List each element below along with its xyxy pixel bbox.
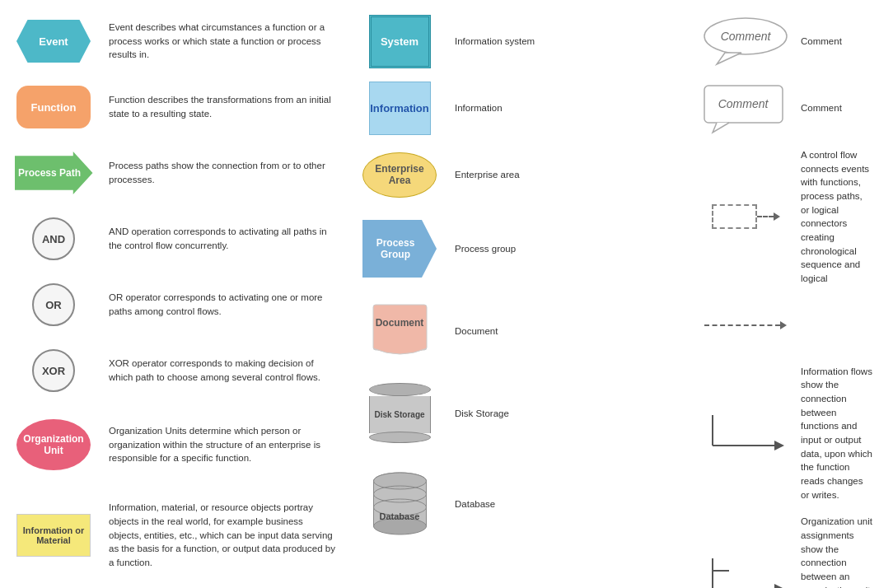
disk-storage-label: Disk Storage bbox=[374, 410, 424, 419]
xor-label: XOR bbox=[42, 365, 65, 377]
org-unit-desc: Organization Units determine which perso… bbox=[99, 424, 338, 465]
xor-shape-container: XOR bbox=[8, 349, 99, 392]
control-flow-shapes bbox=[712, 204, 780, 229]
process-path-shape: Process Path bbox=[15, 152, 93, 194]
svg-marker-8 bbox=[717, 53, 741, 64]
arrow-head-icon bbox=[774, 212, 780, 221]
column-2: System Information system Information In… bbox=[346, 8, 692, 588]
org-flow-shape-container bbox=[700, 554, 791, 588]
or-label: OR bbox=[45, 299, 62, 311]
info-flow-desc: Information flows show the connection be… bbox=[791, 365, 873, 502]
dashed-flow-line bbox=[704, 324, 780, 326]
enterprise-area-shape: Enterprise Area bbox=[362, 152, 437, 198]
xor-shape: XOR bbox=[32, 349, 75, 392]
column-3: Comment Comment Comment Comment bbox=[692, 8, 879, 588]
document-desc: Document bbox=[445, 324, 684, 338]
document-svg bbox=[369, 301, 431, 362]
disk-storage-shape: Disk Storage bbox=[369, 383, 431, 445]
system-shape: System bbox=[369, 15, 431, 68]
legend-row-comment1: Comment Comment bbox=[692, 8, 879, 75]
process-group-label: Process Group bbox=[362, 237, 428, 260]
event-label: Event bbox=[39, 35, 68, 48]
dashed-line-ext bbox=[757, 216, 774, 217]
process-path-desc: Process paths show the connection from o… bbox=[99, 159, 338, 186]
document-shape-container: Document bbox=[354, 301, 445, 362]
svg-point-4 bbox=[373, 473, 426, 489]
document-label: Document bbox=[376, 317, 424, 329]
control-flow-box-arrow bbox=[712, 204, 780, 229]
legend-row-process-group: Process Group Process group bbox=[346, 208, 692, 290]
process-group-shape-container: Process Group bbox=[354, 220, 445, 278]
and-label: AND bbox=[42, 233, 65, 245]
legend-row-info-material: Information or Material Information, mat… bbox=[0, 486, 346, 585]
legend-row-dashed-flow bbox=[692, 292, 879, 358]
org-unit-shape: Organization Unit bbox=[16, 419, 91, 470]
info-material-desc: Information, material, or resource objec… bbox=[99, 501, 338, 569]
enterprise-area-desc: Enterprise area bbox=[445, 168, 684, 182]
enterprise-area-shape-container: Enterprise Area bbox=[354, 152, 445, 198]
database-shape-container: Database bbox=[354, 469, 445, 539]
process-path-shape-container: Process Path bbox=[8, 152, 99, 194]
database-desc: Database bbox=[445, 497, 684, 511]
disk-storage-desc: Disk Storage bbox=[445, 407, 684, 421]
legend-row-or: OR OR operator corresponds to activating… bbox=[0, 272, 346, 338]
function-desc: Function describes the transformations f… bbox=[99, 93, 338, 120]
legend-row-system: System Information system bbox=[346, 8, 692, 75]
svg-text:Comment: Comment bbox=[721, 30, 772, 43]
column-1: Event Event describes what circumstances… bbox=[0, 8, 346, 588]
event-shape: Event bbox=[16, 20, 91, 63]
event-desc: Event describes what circumstances a fun… bbox=[99, 21, 338, 62]
legend-row-event: Event Event describes what circumstances… bbox=[0, 8, 346, 74]
function-label: Function bbox=[31, 101, 77, 114]
comment1-desc: Comment bbox=[791, 35, 873, 49]
process-group-shape: Process Group bbox=[362, 220, 437, 278]
information-shape: Information bbox=[369, 82, 431, 135]
disk-storage-shape-container: Disk Storage bbox=[354, 383, 445, 445]
database-label: Database bbox=[369, 511, 431, 521]
information-desc: Information bbox=[445, 101, 684, 115]
legend-row-org-flow: Organization unit assignments show the c… bbox=[692, 508, 879, 588]
legend-row-database: Database Database bbox=[346, 455, 692, 553]
or-desc: OR operator corresponds to activating on… bbox=[99, 291, 338, 318]
legend-row-disk-storage: Disk Storage Disk Storage bbox=[346, 372, 692, 455]
and-shape-container: AND bbox=[8, 217, 99, 260]
legend-row-and: AND AND operation corresponds to activat… bbox=[0, 206, 346, 272]
database-shape: Database bbox=[369, 469, 431, 539]
control-flow-shape-container bbox=[700, 204, 791, 229]
information-label: Information bbox=[370, 102, 429, 114]
legend-row-xor: XOR XOR operator corresponds to making d… bbox=[0, 338, 346, 404]
or-shape-container: OR bbox=[8, 283, 99, 326]
comment2-desc: Comment bbox=[791, 101, 873, 115]
legend-row-information: Information Information bbox=[346, 75, 692, 142]
or-shape: OR bbox=[32, 283, 75, 326]
information-shape-container: Information bbox=[354, 82, 445, 135]
info-material-shape: Information or Material bbox=[16, 514, 91, 557]
info-flow-svg bbox=[704, 411, 787, 456]
control-flow-desc: A control flow connects events with func… bbox=[791, 148, 873, 286]
system-label: System bbox=[381, 35, 418, 48]
dashed-flow-shape-container bbox=[700, 321, 791, 329]
info-flow-shape-container bbox=[700, 411, 791, 456]
info-material-label: Information or Material bbox=[17, 525, 90, 545]
database-svg bbox=[369, 469, 431, 539]
legend-row-org-unit: Organization Unit Organization Units det… bbox=[0, 404, 346, 486]
org-unit-shape-container: Organization Unit bbox=[8, 419, 99, 470]
info-flow-arrowhead bbox=[774, 441, 784, 450]
legend-row-function: Function Function describes the transfor… bbox=[0, 74, 346, 140]
comment1-shape-container: Comment bbox=[700, 15, 791, 68]
org-flow-svg bbox=[704, 554, 787, 588]
function-shape-container: Function bbox=[8, 86, 99, 128]
org-flow-desc: Organization unit assignments show the c… bbox=[791, 515, 873, 588]
and-desc: AND operation corresponds to activating … bbox=[99, 225, 338, 252]
system-desc: Information system bbox=[445, 35, 684, 49]
comment2-svg: Comment bbox=[700, 82, 791, 135]
comment2-shape-container: Comment bbox=[700, 82, 791, 135]
legend-row-comment2: Comment Comment bbox=[692, 75, 879, 142]
legend-row-control-flow: A control flow connects events with func… bbox=[692, 142, 879, 292]
xor-desc: XOR operator corresponds to making decis… bbox=[99, 357, 338, 384]
org-flow-arrowhead bbox=[774, 584, 784, 588]
legend-row-process-path: Process Path Process paths show the conn… bbox=[0, 140, 346, 206]
legend-container: Event Event describes what circumstances… bbox=[0, 0, 879, 588]
legend-row-enterprise-area: Enterprise Area Enterprise area bbox=[346, 142, 692, 208]
legend-row-document: Document Document bbox=[346, 290, 692, 372]
